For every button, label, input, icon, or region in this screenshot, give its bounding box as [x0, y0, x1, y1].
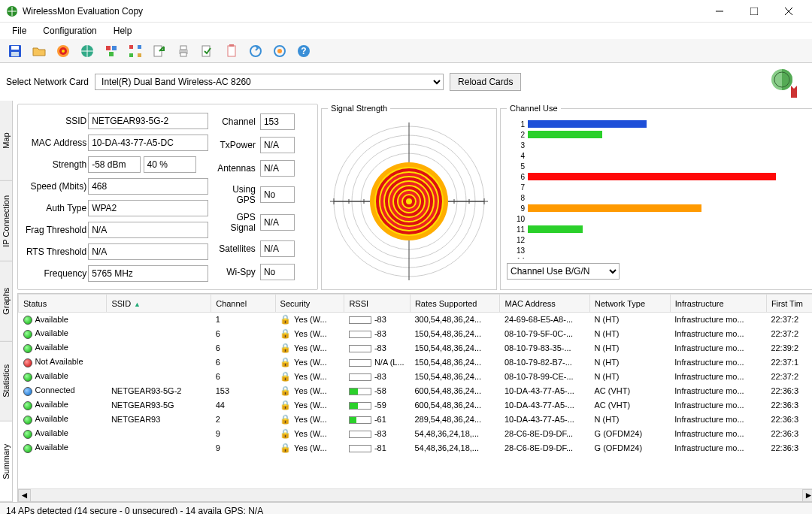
save-icon[interactable]	[5, 41, 26, 62]
check-icon[interactable]	[197, 41, 218, 62]
status-dot-icon	[23, 373, 32, 382]
tab-ip-connection[interactable]: IP Connection	[0, 181, 12, 262]
strength-db-field[interactable]	[88, 156, 141, 173]
scroll-left-icon[interactable]: ◄	[18, 489, 31, 502]
svg-rect-6	[11, 46, 19, 50]
export-icon[interactable]	[149, 41, 170, 62]
channel-field[interactable]	[260, 113, 295, 130]
target-icon[interactable]	[53, 41, 74, 62]
freq-field[interactable]	[88, 265, 208, 282]
refresh-icon[interactable]	[245, 41, 266, 62]
table-row[interactable]: Available 9 🔒Yes (W... -83 54,48,36,24,1…	[19, 427, 813, 441]
lock-icon: 🔒	[280, 371, 291, 382]
close-button[interactable]	[771, 0, 806, 23]
globe-icon[interactable]	[77, 41, 98, 62]
rssi-bar-icon	[349, 388, 371, 395]
titlebar: WirelessMon Evaluation Copy	[0, 0, 812, 23]
network2-icon[interactable]	[125, 41, 146, 62]
wispy-field[interactable]	[260, 264, 295, 280]
channel-number: 14	[507, 257, 528, 259]
svg-rect-13	[112, 46, 117, 50]
frag-label: Frag Threshold	[26, 219, 86, 240]
ssid-field[interactable]	[88, 113, 208, 129]
gpssig-field[interactable]	[260, 214, 295, 231]
column-header[interactable]: Network Type	[590, 295, 671, 313]
tab-graphs[interactable]: Graphs	[0, 262, 12, 342]
column-header[interactable]: Infrastructure	[670, 295, 766, 313]
lock-icon: 🔒	[280, 314, 291, 325]
tab-statistics[interactable]: Statistics	[0, 341, 12, 422]
lock-icon: 🔒	[280, 400, 291, 410]
mac-field[interactable]	[88, 135, 208, 151]
lock-icon: 🔒	[280, 328, 291, 339]
network-card-select[interactable]: Intel(R) Dual Band Wireless-AC 8260	[95, 74, 444, 90]
column-header[interactable]: SSID▲	[107, 295, 211, 313]
table-row[interactable]: Available 1 🔒Yes (W... -83 300,54,48,36,…	[19, 313, 813, 327]
table-row[interactable]: Available NETGEAR932 🔒Yes (W... -61 289,…	[19, 413, 813, 427]
rts-field[interactable]	[88, 243, 208, 260]
frag-field[interactable]	[88, 222, 208, 238]
txpower-field[interactable]	[260, 137, 295, 153]
channel-bar-row: 10	[507, 213, 809, 224]
maximize-button[interactable]	[737, 0, 771, 23]
table-row[interactable]: Available 9 🔒Yes (W... -81 54,48,36,24,1…	[19, 441, 813, 455]
horizontal-scrollbar[interactable]: ◄ ►	[18, 488, 812, 501]
table-row[interactable]: Not Available 6 🔒Yes (W... N/A (L... 150…	[19, 355, 813, 370]
sat-field[interactable]	[260, 240, 295, 257]
mac-label: MAC Address	[26, 132, 86, 153]
table-row[interactable]: Available 6 🔒Yes (W... -83 150,54,48,36,…	[19, 341, 813, 355]
table-row[interactable]: Available NETGEAR93-5G44 🔒Yes (W... -59 …	[19, 398, 813, 413]
svg-rect-17	[129, 53, 133, 57]
help-icon[interactable]: ?	[293, 41, 314, 62]
column-header[interactable]: RSSI	[344, 295, 411, 313]
tab-summary[interactable]: Summary	[0, 422, 12, 502]
column-header[interactable]: Security	[275, 295, 344, 313]
status-dot-icon	[23, 330, 32, 339]
column-header[interactable]: First Tim	[766, 295, 812, 313]
reload-cards-button[interactable]: Reload Cards	[450, 73, 521, 91]
freq-label: Frequency	[26, 263, 86, 283]
wispy-label: Wi-Spy	[217, 262, 259, 283]
channel-bar	[528, 131, 602, 138]
settings-icon[interactable]	[269, 41, 290, 62]
print-icon[interactable]	[173, 41, 194, 62]
status-dot-icon	[23, 401, 32, 410]
menu-configuration[interactable]: Configuration	[35, 24, 104, 38]
channel-bar-row: 6	[507, 171, 809, 182]
lock-icon: 🔒	[280, 343, 291, 353]
channel-number: 1	[507, 120, 528, 128]
channel-number: 2	[507, 131, 528, 139]
statusbar: 14 APs detected (14 secure - 0 unsecured…	[0, 502, 812, 514]
minimize-button[interactable]	[702, 0, 737, 23]
network1-icon[interactable]	[101, 41, 122, 62]
clipboard-icon[interactable]	[221, 41, 242, 62]
open-icon[interactable]	[29, 41, 50, 62]
speed-field[interactable]	[88, 178, 208, 195]
menu-help[interactable]: Help	[106, 24, 140, 38]
column-header[interactable]: Channel	[211, 295, 275, 313]
signal-radar-icon	[330, 122, 488, 280]
auth-field[interactable]	[88, 200, 208, 216]
table-row[interactable]: Available 6 🔒Yes (W... -83 150,54,48,36,…	[19, 370, 813, 384]
menu-file[interactable]: File	[5, 24, 34, 38]
channel-number: 10	[507, 215, 528, 223]
gps-field[interactable]	[260, 186, 295, 203]
speed-label: Speed (Mbits)	[26, 176, 86, 196]
table-row[interactable]: Connected NETGEAR93-5G-2153 🔒Yes (W... -…	[19, 384, 813, 398]
rssi-bar-icon	[349, 316, 371, 324]
channel-bar	[528, 204, 701, 212]
column-header[interactable]: MAC Address	[500, 295, 590, 313]
scroll-right-icon[interactable]: ►	[802, 489, 812, 502]
table-row[interactable]: Available 6 🔒Yes (W... -83 150,54,48,36,…	[19, 327, 813, 341]
sat-label: Satellites	[217, 237, 259, 259]
tab-map[interactable]: Map	[0, 101, 12, 181]
channel-mode-select[interactable]: Channel Use B/G/N	[507, 263, 620, 280]
rts-label: RTS Threshold	[26, 241, 86, 262]
antennas-field[interactable]	[260, 160, 295, 177]
rssi-bar-icon	[349, 402, 371, 410]
status-dot-icon	[23, 444, 32, 453]
strength-pct-field[interactable]	[144, 156, 196, 173]
column-header[interactable]: Rates Supported	[410, 295, 500, 313]
svg-text:?: ?	[301, 46, 306, 56]
column-header[interactable]: Status	[19, 295, 107, 313]
